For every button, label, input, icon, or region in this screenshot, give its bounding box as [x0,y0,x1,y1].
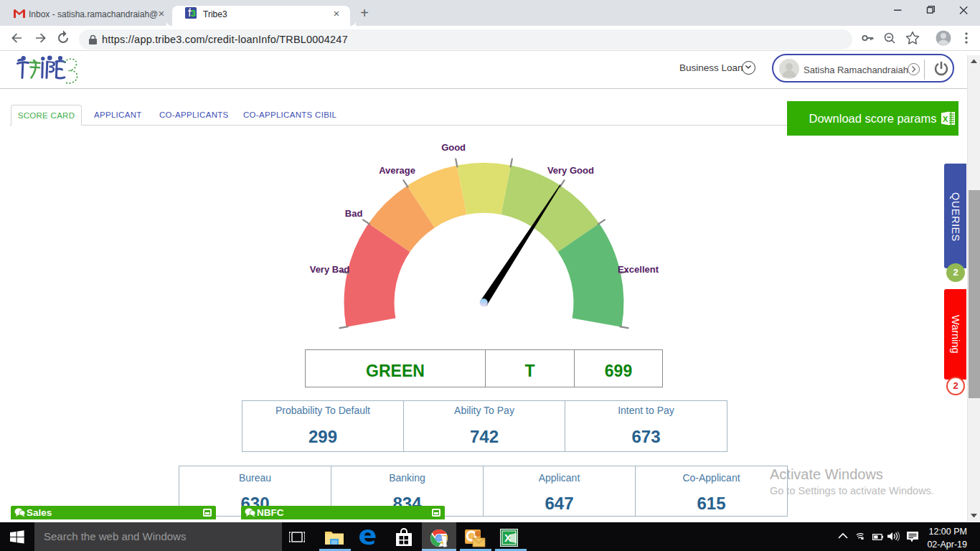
svg-text:Good: Good [441,142,466,153]
svg-text:Average: Average [379,165,415,176]
svg-text:Excellent: Excellent [618,264,659,275]
svg-text:X: X [943,115,948,123]
svg-text:Very Good: Very Good [547,165,594,176]
svg-text:Very Bad: Very Bad [310,264,350,275]
svg-text:Bad: Bad [345,208,363,219]
svg-text:3: 3 [191,8,196,19]
